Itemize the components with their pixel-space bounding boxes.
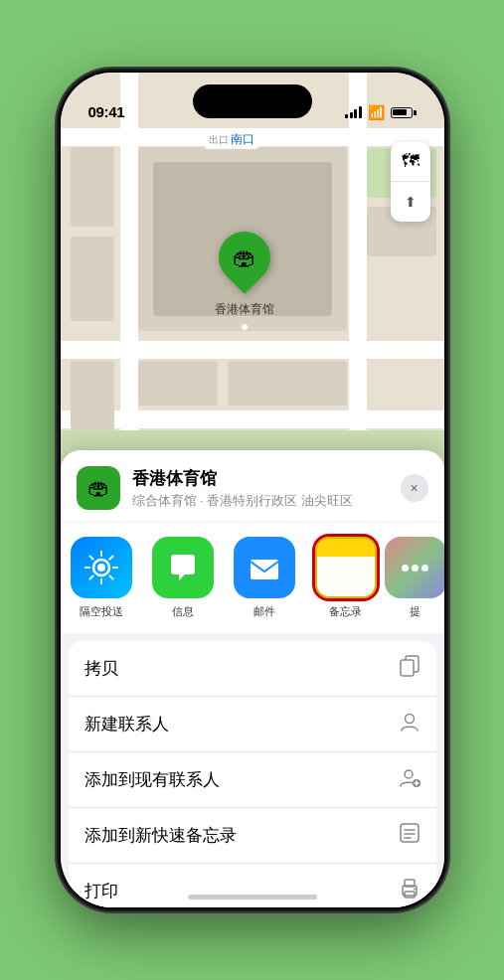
messages-svg	[165, 550, 201, 585]
map-pin: 🏟	[208, 221, 281, 294]
map-label-text: 南口	[231, 131, 254, 148]
road-h2	[61, 341, 444, 359]
wifi-icon: 📶	[368, 104, 385, 120]
more-icon	[385, 537, 444, 598]
signal-bar-4	[359, 106, 362, 118]
action-list: 拷贝 新建联系人	[69, 641, 436, 907]
print-icon	[399, 878, 420, 904]
mail-icon	[234, 537, 295, 598]
notes-lines	[338, 557, 354, 596]
signal-bar-3	[354, 109, 357, 118]
action-print[interactable]: 打印	[69, 864, 436, 907]
add-contact-icon	[399, 766, 420, 793]
battery-fill	[393, 109, 407, 115]
svg-rect-2	[251, 560, 278, 579]
svg-rect-4	[401, 660, 414, 676]
action-add-note[interactable]: 添加到新快速备忘录	[69, 808, 436, 864]
new-contact-icon	[399, 711, 420, 737]
map-pin-dot	[242, 324, 248, 330]
location-header: 🏟 香港体育馆 综合体育馆 · 香港特别行政区 油尖旺区 ×	[61, 450, 444, 522]
location-button[interactable]: ⬆	[391, 182, 430, 222]
action-add-existing-contact[interactable]: 添加到现有联系人	[69, 752, 436, 808]
messages-label: 信息	[172, 604, 194, 619]
more-dot3	[421, 565, 428, 572]
svg-point-17	[414, 889, 416, 891]
stadium-icon: 🏟	[233, 244, 256, 271]
mail-label: 邮件	[253, 604, 275, 619]
add-note-icon	[399, 822, 420, 849]
svg-point-5	[405, 715, 414, 724]
svg-rect-16	[405, 892, 415, 898]
svg-rect-10	[401, 824, 419, 842]
map-type-button[interactable]: 🗺	[391, 142, 430, 182]
action-add-existing-label: 添加到现有联系人	[84, 768, 220, 791]
action-add-note-label: 添加到新快速备忘录	[84, 824, 237, 847]
map-pin-container: 🏟 香港体育馆	[215, 232, 274, 318]
action-new-contact-label: 新建联系人	[84, 713, 169, 735]
block-left-top	[71, 147, 114, 227]
notes-icon	[315, 537, 377, 598]
airdrop-label: 隔空投送	[80, 604, 123, 619]
dynamic-island	[193, 84, 312, 118]
share-row: 隔空投送 信息	[61, 523, 444, 633]
share-item-more[interactable]: 提	[387, 537, 444, 619]
signal-bar-2	[350, 112, 353, 118]
status-icons: 📶	[345, 104, 417, 120]
location-name: 香港体育馆	[132, 467, 389, 490]
copy-icon	[399, 655, 420, 682]
location-subtitle: 综合体育馆 · 香港特别行政区 油尖旺区	[132, 492, 389, 510]
action-copy[interactable]: 拷贝	[69, 641, 436, 697]
close-button[interactable]: ×	[401, 474, 428, 502]
battery-body	[391, 107, 413, 118]
action-new-contact[interactable]: 新建联系人	[69, 697, 436, 752]
svg-point-6	[405, 770, 413, 778]
signal-bars-icon	[345, 106, 362, 118]
map-label: 出口 南口	[205, 130, 258, 149]
phone-inner: 09:41 📶	[61, 73, 444, 907]
phone-frame: 09:41 📶	[59, 71, 446, 909]
location-venue-icon: 🏟	[77, 466, 120, 510]
airdrop-icon	[71, 537, 132, 598]
home-indicator	[188, 895, 317, 899]
map-area: 出口 南口 🏟 香港体育馆 🗺 ⬆	[61, 73, 444, 490]
block-left-mid	[71, 237, 114, 321]
share-item-messages[interactable]: 信息	[142, 537, 224, 619]
map-controls: 🗺 ⬆	[391, 142, 430, 222]
map-label-prefix: 出口	[209, 133, 229, 147]
mail-svg	[247, 550, 282, 585]
share-item-notes[interactable]: 备忘录	[305, 537, 387, 619]
battery-tip	[414, 110, 417, 115]
road-v1	[120, 73, 138, 490]
road-v2	[349, 73, 367, 490]
messages-icon	[152, 537, 214, 598]
battery-icon	[391, 107, 417, 118]
map-pin-label: 香港体育馆	[215, 301, 274, 318]
airdrop-svg	[84, 550, 119, 585]
road-h3	[61, 410, 444, 428]
location-info: 香港体育馆 综合体育馆 · 香港特别行政区 油尖旺区	[132, 467, 389, 510]
svg-point-1	[97, 564, 105, 572]
block-left-bot	[71, 361, 114, 430]
notes-icon-wrapper	[315, 537, 377, 598]
more-dot2	[412, 565, 419, 572]
notes-label: 备忘录	[329, 604, 362, 619]
more-label: 提	[410, 604, 420, 619]
notes-top-bar	[317, 539, 375, 557]
status-time: 09:41	[88, 103, 125, 120]
action-print-label: 打印	[84, 880, 118, 902]
action-copy-label: 拷贝	[84, 657, 118, 680]
share-item-mail[interactable]: 邮件	[224, 537, 305, 619]
block-bot1	[138, 361, 218, 406]
block-bot2	[228, 361, 347, 406]
more-dot1	[402, 565, 409, 572]
share-item-airdrop[interactable]: 隔空投送	[61, 537, 142, 619]
signal-bar-1	[345, 114, 348, 118]
bottom-sheet: 🏟 香港体育馆 综合体育馆 · 香港特别行政区 油尖旺区 ×	[61, 450, 444, 907]
